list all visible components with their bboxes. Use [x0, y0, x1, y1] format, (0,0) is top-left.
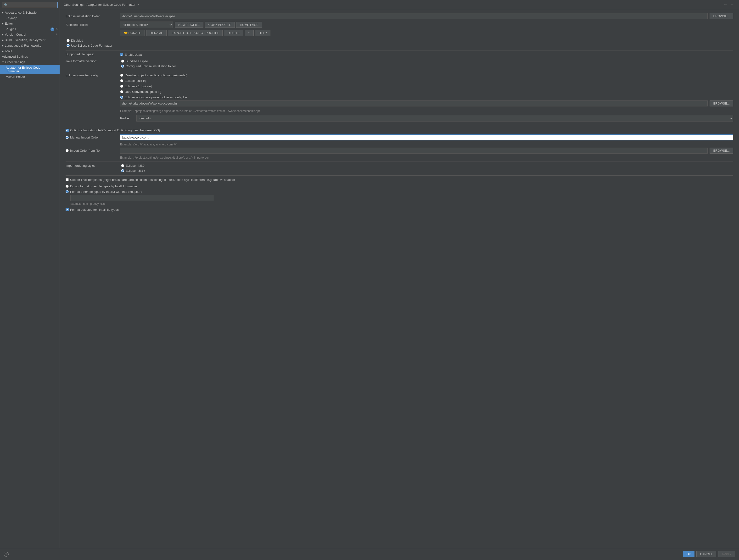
radio-disabled[interactable]: Disabled — [66, 38, 733, 43]
supported-file-types-label: Supported file types: — [65, 52, 118, 56]
formatter-mode-group: Disabled Use Eclipse's Code Formatter — [65, 38, 733, 48]
format-other-input[interactable] — [70, 195, 214, 201]
radio-import-from-file[interactable]: Import Order from file — [65, 148, 118, 153]
format-other-example: Example: html; groovy; css; — [70, 202, 733, 205]
radio-do-not-format[interactable]: Do not format other file types by Intell… — [65, 184, 733, 188]
breadcrumb-parent: Other Settings — [64, 3, 84, 6]
radio-eclipse-45[interactable]: Eclipse -4.5.0 — [121, 163, 145, 168]
home-page-button[interactable]: HOME PAGE — [236, 22, 262, 28]
radio-do-not-format-input[interactable] — [65, 185, 69, 188]
ok-button[interactable]: OK — [683, 551, 695, 557]
sidebar-item-maven-helper[interactable]: Maven Helper — [0, 74, 59, 79]
nav-arrows: ← → — [723, 2, 735, 7]
radio-bundled-input[interactable] — [121, 59, 124, 63]
radio-eclipse-451-input[interactable] — [121, 169, 124, 172]
action-buttons-row: 🤝 DONATE RENAME EXPORT TO PROJECT PROFIL… — [120, 30, 733, 36]
check-enable-java[interactable]: Enable Java — [120, 52, 142, 57]
format-selected-checkbox[interactable] — [65, 208, 69, 211]
import-file-example: Example: ...\project\.settings\org.eclip… — [120, 156, 733, 159]
profile-select[interactable]: <Project Specific> — [120, 21, 173, 28]
radio-resolve-input[interactable] — [120, 74, 123, 77]
chevron-right-icon: ▶ — [2, 11, 4, 14]
radio-eclipse-workspace-input[interactable] — [120, 96, 123, 99]
rename-button[interactable]: RENAME — [146, 30, 167, 36]
radio-eclipse-builtin-input[interactable] — [120, 79, 123, 82]
apply-button[interactable]: APPLY — [718, 551, 735, 557]
breadcrumb: Other Settings › Adapter for Eclipse Cod… — [60, 0, 739, 9]
copy-profile-button[interactable]: COPY PROFILE — [205, 22, 235, 28]
help-button[interactable]: HELP — [255, 30, 270, 36]
main-content: Other Settings › Adapter for Eclipse Cod… — [60, 0, 739, 548]
manual-import-input[interactable] — [120, 135, 733, 141]
nav-back-icon[interactable]: ← — [723, 2, 728, 7]
live-templates-checkbox[interactable] — [65, 178, 69, 181]
radio-java-conventions[interactable]: Java Conventions [built-in] — [120, 89, 733, 94]
radio-configured-eclipse[interactable]: Configured Eclipse installation folder — [121, 64, 176, 68]
radio-resolve-project[interactable]: Resolve project specific config (experim… — [120, 73, 733, 77]
radio-eclipse-45-input[interactable] — [121, 164, 124, 167]
nav-forward-icon[interactable]: → — [729, 2, 735, 7]
sidebar-item-editor[interactable]: ▶ Editor — [0, 21, 59, 26]
sidebar-item-plugins[interactable]: Plugins 5 ✎ — [0, 26, 59, 32]
radio-format-other-input[interactable] — [65, 190, 69, 193]
edit-icon: ✎ — [55, 27, 58, 31]
sidebar-item-version-control[interactable]: ▶ Version Control ✎ — [0, 32, 59, 37]
sidebar-item-other-settings[interactable]: ▼ Other Settings — [0, 59, 59, 65]
cancel-button[interactable]: CANCEL — [696, 551, 716, 557]
tab-close-icon[interactable]: ✕ — [137, 3, 140, 6]
sidebar-item-appearance[interactable]: ▶ Appearance & Behavior — [0, 10, 59, 15]
eclipse-browse-button[interactable]: BROWSE... — [710, 13, 733, 19]
eclipse-install-input[interactable] — [120, 13, 708, 19]
sidebar-item-adapter-eclipse[interactable]: Adapter for Eclipse Code Formatter ✕ — [0, 65, 59, 74]
new-profile-button[interactable]: NEW PROFILE — [175, 22, 203, 28]
manual-import-example: Example: \#org;\#java;java;javax;org;com… — [120, 143, 733, 146]
radio-configured-input[interactable] — [121, 64, 124, 68]
sidebar-item-advanced-settings[interactable]: Advanced Settings — [0, 54, 59, 59]
radio-manual-import-input[interactable] — [65, 136, 69, 139]
chevron-down-icon: ▼ — [2, 61, 4, 63]
radio-eclipse-builtin[interactable]: Eclipse [built-in] — [120, 78, 733, 83]
sidebar-item-build[interactable]: ▶ Build, Execution, Deployment — [0, 37, 59, 43]
radio-eclipse-451[interactable]: Eclipse 4.5.1+ — [121, 168, 145, 173]
radio-bundled-eclipse[interactable]: Bundled Eclipse — [121, 59, 176, 63]
radio-eclipse-workspace[interactable]: Eclipse workspace/project folder or conf… — [120, 95, 733, 100]
tab-close-icon[interactable]: ✕ — [56, 68, 58, 71]
enable-java-checkbox[interactable] — [120, 53, 123, 56]
chevron-right-icon: ▶ — [2, 50, 4, 52]
settings-form: Eclipse installation folder BROWSE... Se… — [60, 9, 739, 548]
chevron-right-icon: ▶ — [2, 39, 4, 41]
eclipse-install-row: Eclipse installation folder BROWSE... — [65, 13, 733, 19]
profile-dropdown-row: Profile: devonfw — [120, 115, 733, 122]
help-q-button[interactable]: ? — [245, 30, 254, 36]
radio-use-eclipse[interactable]: Use Eclipse's Code Formatter — [66, 43, 733, 48]
help-icon[interactable]: ? — [4, 552, 9, 557]
sidebar-item-keymap[interactable]: Keymap — [0, 15, 59, 21]
radio-disabled-input[interactable] — [66, 39, 69, 42]
profile-dropdown[interactable]: devonfw — [136, 115, 733, 122]
chevron-right-icon: ▶ — [2, 22, 4, 25]
sidebar-item-tools[interactable]: ▶ Tools — [0, 48, 59, 54]
sidebar-item-languages[interactable]: ▶ Languages & Frameworks — [0, 43, 59, 48]
optimize-imports-checkbox-row[interactable]: Optimize Imports (IntelliJ's Import Opti… — [65, 128, 733, 133]
optimize-imports-checkbox[interactable] — [65, 129, 69, 132]
radio-java-conventions-input[interactable] — [120, 90, 123, 93]
manual-import-row: Manual Import Order — [65, 135, 733, 141]
sidebar: ▶ Appearance & Behavior Keymap ▶ Editor … — [0, 0, 60, 548]
radio-format-other[interactable]: Format other file types by IntelliJ with… — [65, 189, 733, 194]
import-browse-button[interactable]: BROWSE... — [710, 148, 733, 154]
eclipse-formatter-config-label: Eclipse formatter config — [65, 73, 118, 77]
workspace-path-input[interactable] — [120, 101, 708, 107]
radio-eclipse21-input[interactable] — [120, 85, 123, 88]
search-input[interactable] — [2, 2, 58, 8]
export-button[interactable]: EXPORT TO PROJECT PROFILE — [168, 30, 222, 36]
radio-import-from-file-input[interactable] — [65, 149, 69, 152]
radio-eclipse21-builtin[interactable]: Eclipse 2.1 [built-in] — [120, 84, 733, 88]
format-selected-checkbox-row[interactable]: Format selected text in all file types — [65, 207, 733, 212]
donate-button[interactable]: 🤝 DONATE — [120, 30, 145, 36]
radio-use-eclipse-input[interactable] — [66, 44, 69, 47]
workspace-browse-button[interactable]: BROWSE... — [710, 101, 733, 107]
delete-button[interactable]: DELETE — [224, 30, 243, 36]
radio-manual-import[interactable]: Manual Import Order — [65, 135, 118, 140]
live-templates-checkbox-row[interactable]: Use for Live Templates (might break care… — [65, 178, 733, 182]
import-from-file-input[interactable] — [120, 148, 708, 154]
